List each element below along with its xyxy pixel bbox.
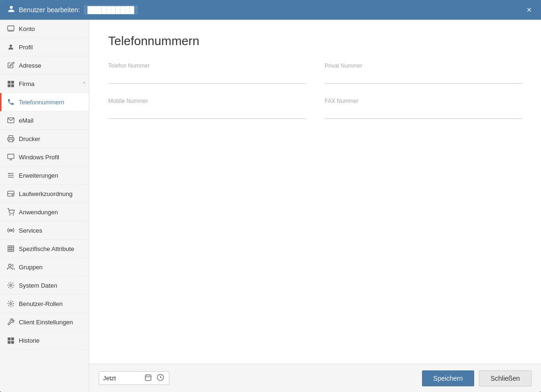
svg-rect-0 [8, 26, 14, 30]
svg-point-2 [9, 45, 12, 47]
email-icon [7, 116, 15, 125]
svg-rect-31 [11, 337, 14, 340]
privat-label: Privat Nummer [325, 63, 522, 69]
calendar-icon [144, 374, 152, 381]
sidebar-item-benutzer-rollen[interactable]: Benutzer-Rollen [0, 295, 89, 313]
svg-point-19 [9, 214, 10, 215]
sidebar-item-spezifische-attribute[interactable]: Spezifische Attribute [0, 240, 89, 258]
footer-right: Speichern Schließen [422, 370, 532, 386]
benutzer-rollen-icon [7, 299, 15, 308]
svg-rect-9 [8, 154, 14, 158]
privat-field: Privat Nummer [325, 63, 522, 84]
close-modal-button[interactable]: Schließen [479, 370, 532, 386]
date-input[interactable] [103, 375, 141, 382]
sidebar-label-services: Services [19, 227, 42, 234]
firma-icon [7, 79, 15, 88]
sidebar-item-windows-profil[interactable]: Windows Profil [0, 148, 89, 166]
svg-point-21 [10, 229, 12, 231]
sidebar-label-firma: Firma [19, 80, 34, 87]
svg-rect-5 [8, 84, 10, 87]
sidebar-label-system-daten: System Daten [19, 282, 57, 289]
sidebar-item-adresse[interactable]: Adresse [0, 56, 89, 75]
sidebar-item-gruppen[interactable]: Gruppen [0, 258, 89, 276]
sidebar-item-firma[interactable]: Firma * [0, 75, 89, 93]
fax-input[interactable] [325, 107, 522, 119]
mobile-label: Mobile Nummer [108, 98, 306, 104]
modal-header: Benutzer bearbeiten: ██████████ × [0, 0, 541, 20]
sidebar-label-client-einstellungen: Client Einstellungen [19, 319, 73, 326]
sidebar-item-anwendungen[interactable]: Anwendungen [0, 203, 89, 221]
svg-point-28 [10, 284, 12, 286]
client-icon [7, 318, 15, 326]
svg-rect-30 [8, 337, 10, 340]
sidebar-label-email: eMail [19, 117, 33, 124]
sidebar-item-telefonnummern[interactable]: Telefonnummern [0, 93, 89, 111]
sidebar-label-drucker: Drucker [19, 135, 40, 142]
sidebar-item-erweiterungen[interactable]: Erweiterungen [0, 166, 89, 185]
sidebar-item-services[interactable]: Services [0, 221, 89, 240]
sidebar-item-laufwerkzuordnung[interactable]: Laufwerkzuordnung [0, 185, 89, 203]
sidebar-item-historie[interactable]: Historie [0, 331, 89, 350]
sidebar: Konto Profil Adresse Fi [0, 20, 89, 392]
svg-rect-4 [11, 81, 14, 84]
close-button[interactable]: × [525, 6, 533, 14]
erweiterungen-icon [7, 171, 15, 180]
sidebar-label-anwendungen: Anwendungen [19, 209, 58, 216]
sidebar-item-email[interactable]: eMail [0, 111, 89, 130]
sidebar-label-historie: Historie [19, 337, 40, 344]
header-username: ██████████ [84, 5, 138, 15]
anwendungen-icon [7, 208, 15, 216]
adresse-icon [7, 61, 15, 70]
header-title: Benutzer bearbeiten: [19, 6, 80, 14]
sidebar-label-gruppen: Gruppen [19, 264, 43, 271]
mobile-input[interactable] [108, 107, 306, 119]
header-title-group: Benutzer bearbeiten: ██████████ [8, 5, 138, 15]
save-button[interactable]: Speichern [422, 370, 474, 386]
telefon-field: Telefon Nummer [108, 63, 306, 84]
calendar-button[interactable] [143, 374, 153, 383]
account-icon [7, 24, 15, 33]
telefon-icon [7, 98, 15, 106]
svg-point-18 [12, 195, 13, 195]
clock-icon [157, 374, 164, 381]
firma-badge: * [83, 81, 85, 86]
sidebar-item-profil[interactable]: Profil [0, 38, 89, 56]
svg-rect-33 [11, 341, 14, 344]
sidebar-item-client-einstellungen[interactable]: Client Einstellungen [0, 313, 89, 331]
windows-icon [7, 153, 15, 161]
historie-icon [7, 336, 15, 345]
privat-input[interactable] [325, 72, 522, 84]
svg-rect-22 [8, 246, 14, 251]
modal-body: Konto Profil Adresse Fi [0, 20, 541, 392]
fax-label: FAX Nummer [325, 98, 522, 104]
telefon-input[interactable] [108, 72, 306, 84]
content-area: Telefonnummern Telefon Nummer Privat Num… [89, 20, 541, 364]
sidebar-label-laufwerkzuordnung: Laufwerkzuordnung [19, 190, 72, 197]
sidebar-label-adresse: Adresse [19, 62, 41, 69]
svg-rect-6 [11, 84, 14, 87]
mobile-field: Mobile Nummer [108, 98, 306, 119]
laufwerk-icon [7, 189, 15, 198]
svg-rect-8 [9, 139, 13, 141]
modal-footer: Speichern Schließen [89, 364, 541, 392]
svg-rect-3 [8, 81, 10, 84]
svg-point-20 [13, 214, 14, 215]
svg-rect-32 [8, 341, 10, 344]
sidebar-label-erweiterungen: Erweiterungen [19, 172, 58, 179]
page-title: Telefonnummern [108, 34, 522, 48]
modal-window: Benutzer bearbeiten: ██████████ × Konto … [0, 0, 541, 392]
user-icon [8, 5, 15, 15]
sidebar-label-profil: Profil [19, 44, 33, 51]
sidebar-item-drucker[interactable]: Drucker [0, 130, 89, 148]
clock-button[interactable] [156, 374, 165, 383]
sidebar-item-konto[interactable]: Konto [0, 20, 89, 38]
svg-point-27 [8, 264, 11, 267]
phone-form: Telefon Nummer Privat Nummer Mobile Numm… [108, 63, 522, 119]
svg-rect-34 [145, 375, 151, 381]
main-content: Telefonnummern Telefon Nummer Privat Num… [89, 20, 541, 392]
sidebar-item-system-daten[interactable]: System Daten [0, 276, 89, 295]
services-icon [7, 226, 15, 235]
telefon-label: Telefon Nummer [108, 63, 306, 69]
date-input-wrapper [99, 371, 169, 385]
sidebar-label-spezifische-attribute: Spezifische Attribute [19, 245, 74, 252]
